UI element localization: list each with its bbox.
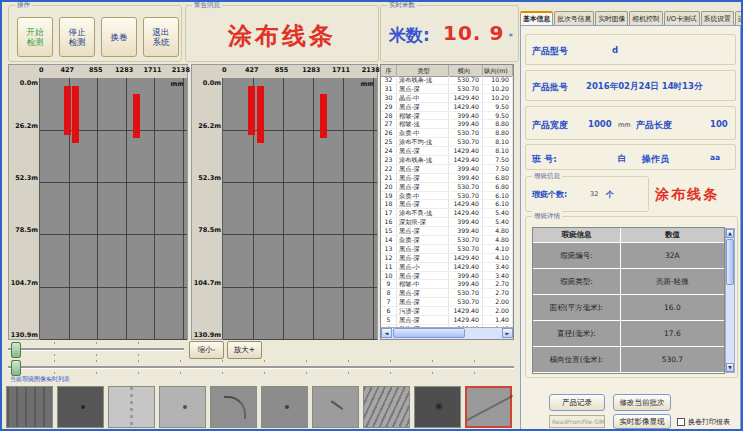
- defect-thumbnail-9[interactable]: [414, 386, 461, 428]
- tab-content-basic-info: 产品型号 d 产品批号 2016年02月24日 14时13分 产品宽度 1000…: [520, 25, 741, 431]
- defect-thumbnail-8[interactable]: [363, 386, 410, 428]
- defect-list-cell: 7.50: [483, 165, 513, 173]
- defect-detail-label: 瑕疵编号:: [533, 243, 621, 268]
- defect-thumbnail-4[interactable]: [159, 386, 206, 428]
- defect-list-row[interactable]: 29黑点-深1429.409.50: [381, 103, 513, 112]
- defect-list-row[interactable]: 18黑点-深1429.406.10: [381, 200, 513, 209]
- defect-list-row[interactable]: 21黑点-深399.406.80: [381, 174, 513, 183]
- zoom-out-button[interactable]: 缩小-: [189, 341, 224, 359]
- tab-4[interactable]: 相机控制: [629, 11, 662, 25]
- scroll-left-icon[interactable]: ◄: [381, 328, 392, 338]
- realtime-display-button[interactable]: 实时影像显现: [613, 414, 671, 429]
- defect-list-cell: 黑点-深: [397, 245, 449, 253]
- slider-ticks: [12, 354, 180, 356]
- defect-thumbnail-2[interactable]: [57, 386, 104, 428]
- defect-list-row[interactable]: 25涂布不均-浅530.708.10: [381, 138, 513, 147]
- defect-thumbnail-10[interactable]: [465, 386, 512, 428]
- tab-7[interactable]: 运行: [735, 11, 743, 25]
- defect-list-row[interactable]: 13黑点-深530.704.10: [381, 245, 513, 254]
- right-panel: 基本信息批次号信息实时图像相机控制I/O卡测试系统设置运行* 产品型号 d 产品…: [520, 10, 741, 431]
- defect-list-row[interactable]: 15黑点-深399.404.80: [381, 227, 513, 236]
- defect-thumbnail-3[interactable]: [108, 386, 155, 428]
- defect-list-row[interactable]: 12黑点-深1429.404.10: [381, 254, 513, 263]
- tab-1[interactable]: 基本信息: [520, 11, 553, 25]
- defect-list-cell: 399.40: [449, 280, 483, 288]
- defect-list-row[interactable]: 20黑点-深530.706.80: [381, 183, 513, 192]
- defect-list-row[interactable]: 10黑点-深399.403.40: [381, 272, 513, 281]
- defect-list-row[interactable]: 30晶点-中1429.4010.20: [381, 94, 513, 103]
- tab-6[interactable]: 系统设置: [701, 11, 734, 25]
- defect-list-row[interactable]: 23涂布线条-浅1429.407.50: [381, 156, 513, 165]
- defect-list-row[interactable]: 9褶皱-中399.402.70: [381, 280, 513, 289]
- defect-list-cell: 5.40: [483, 218, 513, 226]
- change-roll-button[interactable]: 换卷: [101, 17, 137, 57]
- start-detect-button[interactable]: 开始检测: [17, 17, 53, 57]
- defect-list-row[interactable]: 8黑点-深530.702.70: [381, 289, 513, 298]
- defect-list-row[interactable]: 14杂质-深530.704.80: [381, 236, 513, 245]
- defect-list-col-header: 横向: [449, 65, 483, 76]
- grid-vline: [343, 78, 344, 339]
- tab-2[interactable]: 批次号信息: [554, 11, 594, 25]
- stop-detect-button[interactable]: 停止检测: [59, 17, 95, 57]
- scroll-right-icon[interactable]: ►: [502, 328, 513, 338]
- defect-detail-group-title: 瑕疵详情: [532, 211, 562, 221]
- defect-thumbnail-1[interactable]: [6, 386, 53, 428]
- print-report-checkbox[interactable]: [677, 418, 685, 426]
- defect-list-row[interactable]: 22黑点-深399.407.50: [381, 165, 513, 174]
- defect-list-cell: 杂质-中: [397, 129, 449, 137]
- defect-list-row[interactable]: 19杂质-中530.706.10: [381, 192, 513, 201]
- scroll-thumb[interactable]: [726, 239, 734, 285]
- product-record-button[interactable]: 产品记录: [549, 394, 605, 411]
- defect-thumbnail-7[interactable]: [312, 386, 359, 428]
- defect-list-row[interactable]: 11黑点-小1429.403.40: [381, 263, 513, 272]
- grid-hline: [223, 182, 377, 183]
- defect-list-cell: 18: [381, 200, 397, 208]
- defect-map-chart-left: 04278551283171121380.0m26.2m52.3m78.5m10…: [8, 64, 188, 340]
- timeline-scroll-slider[interactable]: [8, 359, 514, 375]
- defect-list-row[interactable]: 31黑点-深530.7010.20: [381, 85, 513, 94]
- scroll-down-icon[interactable]: ▼: [726, 363, 734, 372]
- defect-list-cell: 6.10: [483, 192, 513, 200]
- defect-thumbnail-6[interactable]: [261, 386, 308, 428]
- slider-thumb[interactable]: [11, 360, 21, 376]
- defect-list-row[interactable]: 24黑点-深1429.408.10: [381, 147, 513, 156]
- slider-thumb[interactable]: [11, 342, 21, 358]
- x-tick-label: 1283: [115, 66, 133, 74]
- defect-list-row[interactable]: 6污渍-深1429.402.00: [381, 307, 513, 316]
- scroll-thumb[interactable]: [393, 328, 465, 338]
- defect-list-col-header: 序: [381, 65, 397, 76]
- defect-detail-label: 横向位置(毫米):: [533, 347, 621, 372]
- defect-count-label: 瑕疵个数:: [532, 189, 567, 200]
- exit-system-button[interactable]: 退出系统: [143, 17, 179, 57]
- defect-list-row[interactable]: 5黑点-深1429.401.40: [381, 316, 513, 325]
- defect-list-row[interactable]: 27褶皱-浅399.408.80: [381, 120, 513, 129]
- defect-list-cell: 31: [381, 85, 397, 93]
- grid-vline: [126, 78, 127, 339]
- slider-ticks: [12, 372, 510, 374]
- defect-list-horizontal-scrollbar[interactable]: ◄ ►: [381, 327, 513, 339]
- x-tick-label: 2138: [362, 66, 380, 74]
- defect-list-row[interactable]: 16深划痕-深399.405.40: [381, 218, 513, 227]
- tab-3[interactable]: 实时图像: [595, 11, 628, 25]
- scroll-up-icon[interactable]: ▲: [726, 229, 734, 238]
- defect-list-row[interactable]: 32涂布线条-浅530.7010.90: [381, 76, 513, 85]
- zoom-in-button[interactable]: 放大+: [227, 341, 262, 359]
- defect-list-row[interactable]: 28褶皱-深399.409.50: [381, 112, 513, 121]
- tab-5[interactable]: I/O卡测试: [664, 11, 700, 25]
- defect-list-cell: 4.80: [483, 227, 513, 235]
- defect-detail-scrollbar[interactable]: ▲ ▼: [725, 228, 735, 373]
- defect-list-cell: 32: [381, 76, 397, 84]
- modify-batch-button[interactable]: 修改当前批次: [613, 394, 671, 411]
- defect-detail-group: 瑕疵详情 瑕疵信息数值 瑕疵编号:32A瑕疵类型:亮斑-轻微面积(平方毫米):1…: [525, 216, 738, 378]
- defect-thumbnail-5[interactable]: [210, 386, 257, 428]
- defect-list-cell: 30: [381, 94, 397, 102]
- defect-list-row[interactable]: 26杂质-中530.708.80: [381, 129, 513, 138]
- defect-list-cell: 5.40: [483, 209, 513, 217]
- defect-detail-table: 瑕疵信息数值 瑕疵编号:32A瑕疵类型:亮斑-轻微面积(平方毫米):16.0直径…: [532, 227, 725, 374]
- defect-list-row[interactable]: 7黑点-深530.702.00: [381, 298, 513, 307]
- defect-list-row[interactable]: 17涂布不良-浅1429.405.40: [381, 209, 513, 218]
- defect-list-cell: 10: [381, 272, 397, 280]
- defect-list-cell: 黑点-小: [397, 263, 449, 271]
- defect-list-cell: 褶皱-深: [397, 112, 449, 120]
- chart-zoom-slider[interactable]: [8, 341, 184, 357]
